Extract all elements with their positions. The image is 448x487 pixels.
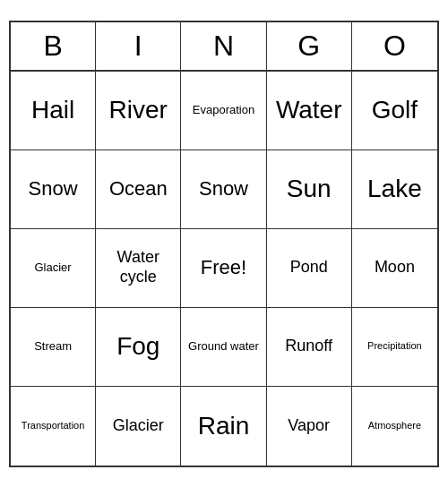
- cell-text: Atmosphere: [368, 420, 421, 431]
- bingo-card: BINGO HailRiverEvaporationWaterGolfSnowO…: [9, 21, 439, 467]
- cell-text: Transportation: [22, 420, 85, 431]
- cell-text: Snow: [199, 177, 248, 201]
- cell-text: Pond: [290, 258, 328, 278]
- cell-text: Moon: [375, 258, 415, 278]
- cell-text: Glacier: [35, 261, 72, 275]
- cell-text: Lake: [367, 174, 422, 204]
- cell-text: Hail: [31, 95, 74, 125]
- cell-text: Stream: [34, 339, 72, 354]
- cell-text: Golf: [372, 95, 418, 125]
- cell-text: Ground water: [188, 339, 259, 354]
- cell-text: River: [109, 95, 168, 125]
- bingo-header: BINGO: [11, 22, 437, 72]
- bingo-cell: Transportation: [11, 387, 96, 466]
- bingo-cell: Evaporation: [181, 72, 266, 150]
- cell-text: Evaporation: [193, 103, 254, 117]
- bingo-cell: Vapor: [267, 387, 352, 466]
- bingo-cell: Sun: [267, 150, 352, 229]
- bingo-cell: Fog: [96, 308, 181, 387]
- cell-text: Snow: [29, 177, 78, 201]
- cell-text: Precipitation: [367, 340, 422, 352]
- cell-text: Vapor: [288, 416, 330, 436]
- bingo-cell: Ocean: [96, 150, 181, 229]
- header-letter: I: [96, 22, 181, 70]
- cell-text: Sun: [287, 174, 332, 204]
- header-letter: N: [181, 22, 266, 70]
- bingo-cell: Atmosphere: [352, 387, 437, 466]
- cell-text: Fog: [116, 331, 159, 362]
- bingo-cell: Glacier: [96, 387, 181, 466]
- bingo-cell: Snow: [181, 150, 266, 229]
- bingo-cell: Snow: [11, 150, 96, 229]
- bingo-cell: Lake: [352, 150, 437, 229]
- header-letter: O: [352, 22, 437, 70]
- bingo-cell: Rain: [181, 387, 266, 466]
- header-letter: G: [267, 22, 352, 70]
- cell-text: Rain: [198, 411, 250, 441]
- bingo-cell: Hail: [11, 72, 96, 150]
- bingo-cell: Glacier: [11, 229, 96, 308]
- bingo-cell: Water: [267, 72, 352, 150]
- bingo-cell: Water cycle: [96, 229, 181, 308]
- bingo-cell: Ground water: [181, 308, 266, 387]
- cell-text: Water cycle: [99, 248, 177, 286]
- bingo-cell: Free!: [181, 229, 266, 308]
- bingo-grid: HailRiverEvaporationWaterGolfSnowOceanSn…: [11, 72, 437, 466]
- bingo-cell: Precipitation: [352, 308, 437, 387]
- cell-text: Water: [276, 95, 342, 125]
- cell-text: Free!: [201, 256, 246, 279]
- bingo-cell: Pond: [267, 229, 352, 308]
- bingo-cell: River: [96, 72, 181, 150]
- cell-text: Runoff: [285, 337, 332, 356]
- header-letter: B: [11, 22, 96, 70]
- cell-text: Ocean: [109, 177, 168, 201]
- cell-text: Glacier: [113, 416, 164, 436]
- bingo-cell: Stream: [11, 308, 96, 387]
- bingo-cell: Golf: [352, 72, 437, 150]
- bingo-cell: Moon: [352, 229, 437, 308]
- bingo-cell: Runoff: [267, 308, 352, 387]
